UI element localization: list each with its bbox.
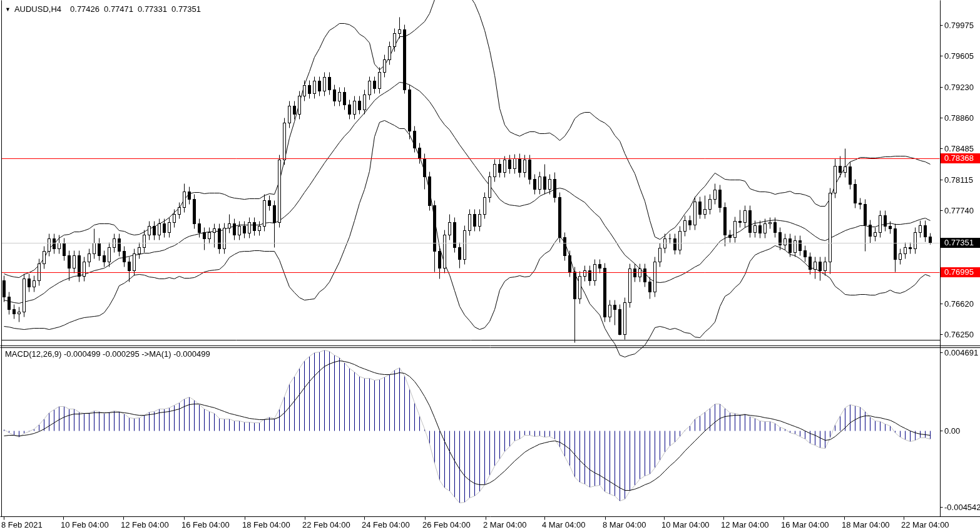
macd-axis-label: 0.00 (944, 426, 960, 436)
time-axis-label: 16 Mar 04:00 (781, 520, 829, 529)
time-axis-label: 12 Feb 04:00 (121, 520, 169, 529)
chart-canvas[interactable] (0, 0, 980, 532)
price-axis-label: 0.78115 (944, 175, 973, 185)
time-axis-label: 10 Mar 04:00 (661, 520, 710, 529)
time-axis-label: 8 Mar 04:00 (603, 520, 646, 529)
time-axis-label: 2 Mar 04:00 (483, 520, 526, 529)
macd-indicator-label: MACD(12,26,9) -0.000499 -0.000295 ->MA(1… (5, 349, 210, 359)
time-axis-label: 8 Feb 2021 (1, 520, 43, 529)
symbol-dropdown-icon[interactable]: ▼ (5, 6, 11, 13)
chart-title: ▼AUDUSD,H40.774260.774710.773310.77351 (5, 4, 205, 14)
time-axis-label: 24 Feb 04:00 (362, 520, 410, 529)
price-line-badge: 0.77351 (941, 238, 980, 248)
price-axis-label: 0.79975 (944, 21, 974, 30)
price-axis-label: 0.79605 (944, 51, 974, 61)
ohlc-close-value: 0.77351 (171, 4, 201, 14)
symbol-period-label: AUDUSD,H4 (14, 4, 61, 14)
time-axis-label: 18 Mar 04:00 (842, 520, 890, 529)
price-line-badge: 0.78368 (941, 153, 980, 163)
time-axis-label: 22 Mar 04:00 (901, 520, 949, 529)
time-axis-label: 10 Feb 04:00 (61, 520, 109, 529)
time-axis-label: 22 Feb 04:00 (302, 520, 350, 529)
time-axis-label: 4 Mar 04:00 (542, 520, 585, 529)
ohlc-open-value: 0.77426 (70, 4, 100, 14)
price-axis-label: 0.76250 (944, 330, 974, 339)
macd-axis-label: 0.004691 (944, 348, 978, 357)
ohlc-low-value: 0.77331 (138, 4, 167, 14)
time-axis-label: 12 Mar 04:00 (721, 520, 769, 529)
price-axis-label: 0.78485 (944, 144, 974, 153)
price-axis-label: 0.76620 (944, 299, 974, 309)
ohlc-high-value: 0.77471 (104, 4, 133, 14)
price-line-badge: 0.76995 (941, 267, 980, 277)
price-axis-label: 0.78860 (944, 113, 974, 123)
macd-axis-label: -0.004542 (944, 503, 980, 512)
price-axis-label: 0.77740 (944, 206, 974, 215)
chart-window: ▼AUDUSD,H40.774260.774710.773310.77351 M… (0, 0, 980, 532)
time-axis-label: 18 Feb 04:00 (242, 520, 290, 529)
price-axis-label: 0.79230 (944, 83, 974, 92)
time-axis-label: 16 Feb 04:00 (181, 520, 230, 529)
time-axis-label: 26 Feb 04:00 (422, 520, 471, 529)
